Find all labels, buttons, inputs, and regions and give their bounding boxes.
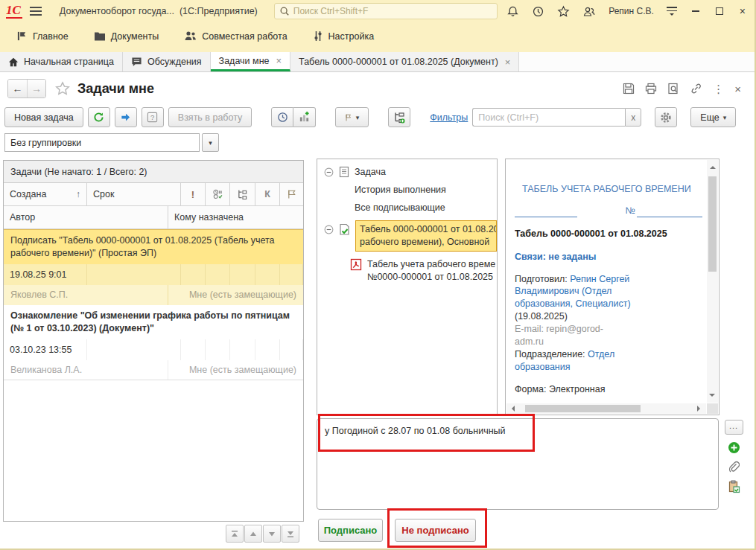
- task-row-acknowledge-document[interactable]: Ознакомление "Об изменении графика работ…: [4, 305, 303, 380]
- tab-my-tasks[interactable]: Задачи мне ×: [211, 52, 290, 71]
- notifications-bell-icon[interactable]: [506, 5, 519, 18]
- global-search-input[interactable]: [293, 6, 492, 16]
- scroll-right-icon[interactable]: [697, 406, 703, 412]
- add-icon[interactable]: [728, 441, 740, 454]
- column-created[interactable]: Создана↑: [4, 183, 87, 206]
- global-search-field[interactable]: [274, 3, 498, 19]
- kebab-menu-icon[interactable]: ⋮: [713, 83, 724, 95]
- go-first-button[interactable]: [226, 525, 244, 543]
- task-row-sign-timesheet[interactable]: Подписать "Табель 0000-000001 от 01.08.2…: [4, 229, 303, 305]
- add-to-favorites-star-icon[interactable]: [55, 81, 70, 96]
- tasks-columns-row-2: Автор Кому назначена: [4, 206, 303, 229]
- report-chart-button[interactable]: [293, 107, 316, 127]
- attachment-paperclip-icon[interactable]: [728, 461, 740, 473]
- preview-icon[interactable]: [667, 83, 679, 95]
- grouping-dropdown-icon[interactable]: ▾: [202, 133, 219, 152]
- main-menu-icon[interactable]: [30, 4, 42, 18]
- preview-content: ТАБЕЛЬ УЧЕТА РАБОЧЕГО ВРЕМЕНИ № Табель 0…: [515, 164, 702, 403]
- minimize-button[interactable]: [692, 10, 699, 12]
- menu-collaboration[interactable]: Совместная работа: [184, 31, 287, 42]
- column-flag-icon[interactable]: [280, 183, 303, 206]
- execution-time-button[interactable]: [271, 107, 293, 127]
- not-signed-button[interactable]: Не подписано: [395, 519, 476, 542]
- more-button[interactable]: Еще ▾: [690, 107, 736, 127]
- selected-tree-node[interactable]: Табель 0000-000001 от 01.08.202 рабочего…: [355, 220, 497, 252]
- tree-node-pdf-file[interactable]: Табель учета рабочего време №0000-000001…: [350, 258, 497, 284]
- get-link-icon[interactable]: [690, 83, 702, 95]
- home-icon: [8, 57, 19, 67]
- scroll-up-icon[interactable]: [710, 163, 716, 169]
- close-form-icon[interactable]: ×: [734, 83, 741, 95]
- menu-settings[interactable]: Настройка: [313, 31, 375, 42]
- maximize-button[interactable]: [716, 7, 723, 15]
- preview-vertical-scrollbar[interactable]: [707, 160, 718, 403]
- grouping-select[interactable]: Без группировки: [4, 133, 200, 152]
- scrollbar-thumb[interactable]: [525, 405, 641, 412]
- column-due[interactable]: Срок: [87, 183, 181, 206]
- tree-node-history[interactable]: История выполнения: [355, 185, 497, 195]
- tree-node-all-signers[interactable]: Все подписывающие: [355, 202, 497, 213]
- flag-dropdown-button[interactable]: ▾: [335, 107, 369, 127]
- list-search-input[interactable]: [472, 108, 625, 127]
- signed-button[interactable]: Подписано: [318, 519, 383, 542]
- tab-discussions[interactable]: Обсуждения: [123, 52, 211, 71]
- add-subtask-tree-button[interactable]: [388, 107, 410, 127]
- main-menubar: Главное Документы Совместная работа Наст…: [0, 22, 755, 50]
- column-k[interactable]: К: [255, 183, 280, 206]
- back-button[interactable]: ←: [8, 80, 27, 97]
- comment-textarea[interactable]: у Погодиной с 28.07 по 01.08 больничный: [317, 418, 719, 510]
- preview-email-line: E-mail: repin@gorod-adm.ru: [515, 323, 626, 348]
- close-tab-icon[interactable]: ×: [276, 55, 282, 66]
- filters-link[interactable]: Фильтры: [430, 112, 468, 123]
- collapse-node-icon[interactable]: [324, 167, 334, 177]
- service-menu-icon[interactable]: [667, 4, 677, 18]
- scroll-down-icon[interactable]: [709, 394, 715, 400]
- menu-documents[interactable]: Документы: [94, 31, 159, 42]
- go-previous-button[interactable]: [244, 525, 262, 543]
- save-icon[interactable]: [623, 83, 635, 95]
- paste-clipboard-icon[interactable]: [728, 480, 740, 493]
- preview-doc-name: Табель 0000-000001 от 01.08.2025: [515, 228, 702, 240]
- task-assignee: Мне (есть замещающие): [168, 285, 303, 305]
- comment-actions: ...: [723, 420, 744, 493]
- column-author[interactable]: Автор: [4, 206, 168, 229]
- new-task-button[interactable]: Новая задача: [4, 107, 83, 127]
- tree-node-timesheet[interactable]: Табель 0000-000001 от 01.08.202 рабочего…: [317, 220, 497, 252]
- favorites-star-icon[interactable]: [557, 5, 570, 18]
- preview-links-line[interactable]: Связи: не заданы: [515, 251, 702, 263]
- go-next-button[interactable]: [263, 525, 281, 543]
- scrollbar-thumb[interactable]: [708, 176, 717, 272]
- forward-task-button[interactable]: [115, 107, 137, 127]
- clear-search-icon[interactable]: x: [625, 108, 641, 127]
- tasks-list-panel: Задачи (Не начато: 1 / Всего: 2) Создана…: [3, 160, 304, 522]
- collapse-node-icon[interactable]: [324, 225, 334, 234]
- close-tab-icon[interactable]: ×: [505, 57, 511, 68]
- column-assignee[interactable]: Кому назначена: [168, 206, 303, 229]
- menu-main[interactable]: Главное: [16, 31, 69, 42]
- forward-button[interactable]: →: [27, 80, 45, 97]
- refresh-button[interactable]: [88, 107, 110, 127]
- help-question-button[interactable]: ?: [142, 107, 164, 127]
- tree-node-task[interactable]: Задача: [317, 166, 497, 178]
- history-icon[interactable]: [532, 5, 544, 18]
- go-last-button[interactable]: [282, 525, 299, 543]
- tab-timesheet-document[interactable]: Табель 0000-000001 от 01.08.2025 (Докуме…: [290, 52, 519, 71]
- column-execution-state-icon[interactable]: [206, 183, 230, 206]
- tab-home[interactable]: Начальная страница: [0, 52, 123, 71]
- scroll-left-icon[interactable]: [509, 406, 515, 412]
- open-windows-tabbar: Начальная страница Обсуждения Задачи мне…: [0, 50, 755, 72]
- column-importance-icon[interactable]: !: [181, 183, 206, 206]
- gear-settings-button[interactable]: [655, 107, 677, 127]
- preview-doc-title: ТАБЕЛЬ УЧЕТА РАБОЧЕГО ВРЕМЕНИ: [522, 183, 702, 196]
- close-window-button[interactable]: ×: [740, 6, 746, 16]
- open-comment-editor-button[interactable]: ...: [725, 420, 743, 435]
- print-icon[interactable]: [645, 83, 657, 95]
- column-subtasks-tree-icon[interactable]: [230, 183, 255, 206]
- preview-horizontal-scrollbar[interactable]: [506, 403, 706, 414]
- task-subject-tree-panel: Задача История выполнения Все подписываю…: [317, 159, 498, 415]
- task-created: 19.08.25 9:01: [4, 264, 87, 285]
- users-icon[interactable]: [582, 5, 596, 18]
- current-user[interactable]: Репин С.В.: [609, 6, 654, 16]
- take-to-work-button[interactable]: Взять в работу: [168, 107, 252, 127]
- task-created-row: 03.10.23 13:55: [4, 339, 303, 360]
